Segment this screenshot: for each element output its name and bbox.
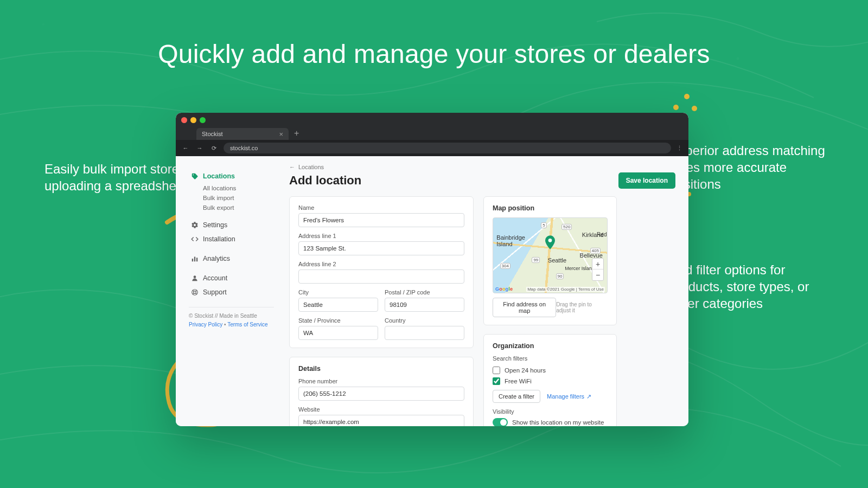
sidebar-footer: © Stockist // Made in Seattle Privacy Po… [189, 307, 274, 329]
city-input[interactable] [298, 298, 378, 312]
map-pin-icon[interactable] [545, 235, 555, 249]
browser-tabstrip: Stockist × + [176, 127, 688, 140]
svg-point-3 [684, 94, 690, 99]
filter-open24-checkbox[interactable] [493, 367, 500, 374]
address2-label: Address line 2 [298, 261, 464, 267]
visibility-text: Show this location on my website [512, 419, 604, 426]
nav-back-icon[interactable]: ← [181, 145, 190, 151]
tag-icon [191, 172, 199, 180]
sidebar-item-label: Analytics [203, 255, 230, 262]
sidebar-item-settings[interactable]: Settings [189, 218, 274, 232]
browser-tab-title: Stockist [202, 131, 223, 137]
promo-headline: Quickly add and manage your stores or de… [0, 39, 868, 69]
app-root: Locations All locations Bulk import Bulk… [176, 156, 688, 426]
location-form-card: Name Address line 1 Address line 2 [289, 196, 474, 348]
map-zoom-in-button[interactable]: + [592, 259, 603, 269]
website-input[interactable] [298, 415, 464, 426]
details-title: Details [298, 365, 464, 373]
phone-label: Phone number [298, 378, 464, 384]
visibility-label: Visibility [493, 408, 608, 415]
svg-line-17 [193, 290, 194, 291]
city-label: City [298, 289, 378, 296]
address-bar-url: stockist.co [230, 145, 258, 151]
sidebar-sub-bulk-export[interactable]: Bulk export [189, 203, 274, 213]
route-shield: 99 [532, 257, 540, 263]
website-label: Website [298, 406, 464, 413]
filter-wifi-row[interactable]: Free WiFi [493, 376, 608, 387]
page-title: Add location [289, 174, 361, 188]
callout-filter-options: Add filter options for products, store t… [669, 261, 832, 312]
footer-privacy-link[interactable]: Privacy Policy [189, 322, 222, 328]
sidebar-item-support[interactable]: Support [189, 285, 274, 299]
route-shield: 5 [541, 222, 546, 228]
close-tab-icon[interactable]: × [279, 130, 283, 138]
manage-filters-link[interactable]: Manage filters ↗ [547, 393, 591, 400]
state-label: State / Province [298, 317, 378, 324]
filter-wifi-checkbox[interactable] [493, 377, 500, 385]
save-location-button[interactable]: Save location [618, 172, 675, 189]
address1-input[interactable] [298, 241, 464, 255]
country-input[interactable] [385, 326, 464, 340]
filter-open24-row[interactable]: Open 24 hours [493, 365, 608, 376]
route-shield: 520 [561, 224, 572, 230]
footer-copyright: © Stockist [189, 313, 213, 319]
sidebar-item-installation[interactable]: Installation [189, 232, 274, 246]
svg-rect-13 [196, 258, 197, 261]
svg-point-14 [194, 275, 196, 278]
browser-window: Stockist × + ← → ⟳ stockist.co ⋮ Locatio… [176, 113, 688, 426]
phone-input[interactable] [298, 387, 464, 401]
svg-line-20 [196, 290, 197, 291]
visibility-toggle[interactable] [493, 418, 508, 426]
svg-line-18 [196, 293, 197, 294]
browser-tab[interactable]: Stockist × [196, 128, 289, 140]
map-zoom-out-button[interactable]: − [592, 269, 603, 280]
sidebar-sub-bulk-import[interactable]: Bulk import [189, 193, 274, 203]
filter-open24-label: Open 24 hours [505, 367, 546, 374]
zip-input[interactable] [385, 298, 464, 312]
user-icon [191, 274, 199, 282]
google-logo: Google [495, 286, 513, 292]
nav-forward-icon[interactable]: → [195, 145, 204, 151]
find-address-button[interactable]: Find address on map [493, 298, 556, 317]
life-ring-icon [191, 288, 199, 296]
traffic-light-minimize[interactable] [190, 117, 196, 123]
map-position-card: Map position 520 405 5 90 99 304 Seattle… [483, 196, 617, 325]
sidebar-item-analytics[interactable]: Analytics [189, 252, 274, 266]
new-tab-button[interactable]: + [294, 129, 299, 138]
details-card: Details Phone number Website [289, 357, 474, 426]
sidebar-sub-all-locations[interactable]: All locations [189, 183, 274, 193]
state-input[interactable] [298, 326, 378, 340]
name-label: Name [298, 204, 464, 211]
map-label-mercer: Mercer Island [565, 266, 595, 271]
footer-terms-link[interactable]: Terms of Service [227, 322, 267, 328]
breadcrumb-label[interactable]: Locations [298, 164, 324, 170]
svg-point-21 [548, 239, 552, 242]
sidebar: Locations All locations Bulk import Bulk… [176, 156, 282, 426]
nav-reload-icon[interactable]: ⟳ [209, 145, 218, 152]
traffic-light-zoom[interactable] [200, 117, 206, 123]
sidebar-item-label: Account [203, 274, 227, 282]
sidebar-item-locations[interactable]: Locations [189, 169, 274, 183]
organization-title: Organization [493, 342, 608, 350]
organization-card: Organization Search filters Open 24 hour… [483, 334, 617, 426]
external-link-icon: ↗ [586, 393, 591, 400]
map-widget[interactable]: 520 405 5 90 99 304 Seattle Bellevue Kir… [493, 217, 608, 293]
sidebar-item-account[interactable]: Account [189, 271, 274, 285]
address2-input[interactable] [298, 269, 464, 284]
address-bar[interactable]: stockist.co [224, 143, 671, 153]
browser-menu-icon[interactable]: ⋮ [676, 145, 683, 152]
breadcrumb-back-icon[interactable]: ← [289, 164, 295, 170]
country-label: Country [385, 317, 464, 324]
create-filter-button[interactable]: Create a filter [493, 390, 540, 403]
name-input[interactable] [298, 213, 464, 227]
map-title: Map position [493, 204, 608, 212]
filter-wifi-label: Free WiFi [505, 378, 532, 384]
window-titlebar [176, 113, 688, 127]
browser-toolbar: ← → ⟳ stockist.co ⋮ [176, 140, 688, 156]
map-zoom-control: + − [592, 258, 604, 281]
map-label-seattle: Seattle [548, 257, 566, 264]
route-shield: 90 [556, 273, 564, 279]
search-filters-label: Search filters [493, 355, 608, 362]
traffic-light-close[interactable] [181, 117, 187, 123]
map-label-redmond: Redm [597, 232, 608, 237]
